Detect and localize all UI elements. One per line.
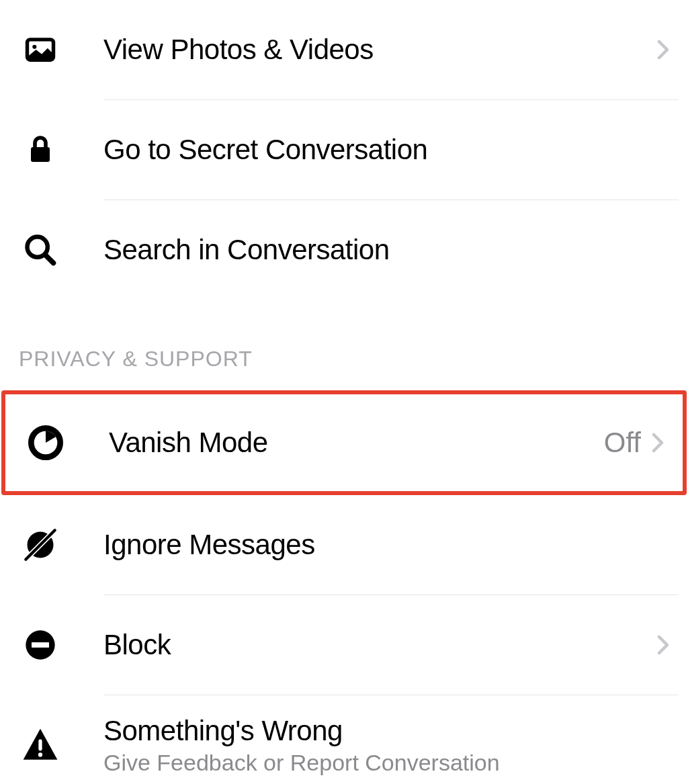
warning-icon <box>19 724 62 767</box>
menu-item-label: Search in Conversation <box>103 234 669 266</box>
svg-rect-10 <box>32 642 49 648</box>
menu-item-view-photos[interactable]: View Photos & Videos <box>0 0 688 99</box>
block-icon <box>19 623 62 666</box>
menu-item-label: Vanish Mode <box>109 427 604 459</box>
lock-icon <box>19 128 62 171</box>
menu-item-ignore[interactable]: Ignore Messages <box>0 495 688 595</box>
menu-item-label: Something's Wrong <box>103 715 669 747</box>
menu-item-label: Go to Secret Conversation <box>103 134 669 166</box>
menu-item-vanish-mode[interactable]: Vanish Mode Off <box>5 394 683 491</box>
search-icon <box>19 228 62 271</box>
image-icon <box>19 28 62 71</box>
ignore-icon <box>19 523 62 566</box>
chevron-right-icon <box>657 39 669 60</box>
menu-item-search[interactable]: Search in Conversation <box>0 200 688 300</box>
timer-icon <box>24 421 67 464</box>
menu-item-sublabel: Give Feedback or Report Conversation <box>103 750 669 776</box>
menu-item-text: Something's Wrong Give Feedback or Repor… <box>103 715 669 776</box>
menu-item-label: View Photos & Videos <box>103 34 657 66</box>
menu-item-secret-conversation[interactable]: Go to Secret Conversation <box>0 100 688 200</box>
svg-point-12 <box>38 752 42 756</box>
menu-item-status: Off <box>604 427 641 459</box>
svg-rect-11 <box>38 740 42 751</box>
highlight-vanish-mode: Vanish Mode Off <box>1 390 687 495</box>
svg-line-4 <box>46 255 54 263</box>
menu-item-label: Ignore Messages <box>103 529 669 561</box>
svg-point-1 <box>32 45 36 49</box>
menu-item-label: Block <box>103 629 657 661</box>
section-header-privacy: PRIVACY & SUPPORT <box>0 300 688 390</box>
chevron-right-icon <box>657 634 669 656</box>
chevron-right-icon <box>652 432 664 453</box>
svg-rect-2 <box>31 147 50 162</box>
menu-item-somethings-wrong[interactable]: Something's Wrong Give Feedback or Repor… <box>0 695 688 784</box>
menu-item-block[interactable]: Block <box>0 595 688 695</box>
